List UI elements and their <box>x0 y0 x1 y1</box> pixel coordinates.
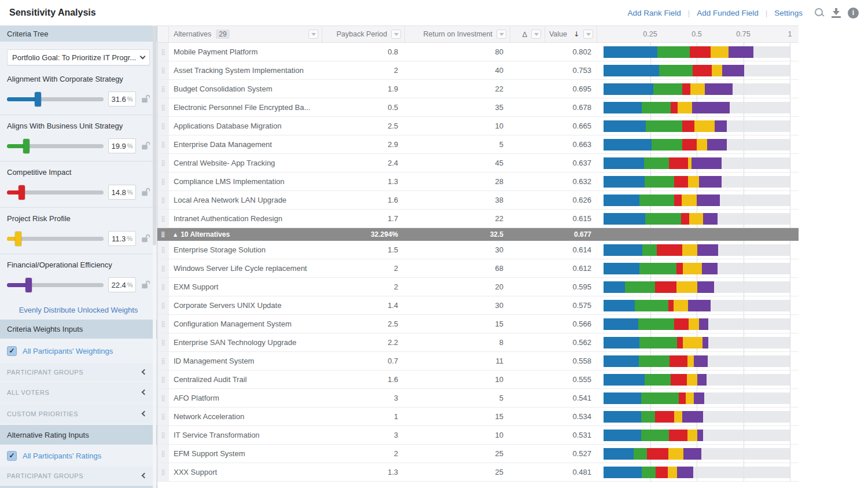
drag-handle-icon[interactable]: ⣿ <box>161 321 165 327</box>
drag-handle-icon[interactable]: ⣿ <box>161 395 165 401</box>
roi-column-header[interactable]: Return on Investment <box>405 26 510 42</box>
drag-handle-icon[interactable]: ⣿ <box>161 232 165 237</box>
portfolio-goal-dropdown[interactable]: Portfolio Goal: To Prioritize IT Progr..… <box>7 49 150 65</box>
table-row[interactable]: ⣿Intranet Authentication Redesign1.7220.… <box>157 210 799 228</box>
sidebar-scrollbar[interactable] <box>153 25 156 488</box>
add-rank-field-link[interactable]: Add Rank Field <box>628 9 681 17</box>
weights-group-participant-groups[interactable]: PARTICIPANT GROUPS <box>0 363 157 381</box>
alternatives-summary-row[interactable]: ⣿▲10 Alternatives32.294%32.50.677 <box>157 228 799 241</box>
table-row[interactable]: ⣿Electronic Personnel File Encrypted Ba.… <box>157 98 799 117</box>
table-row[interactable]: ⣿Network Acceleration1150.534 <box>157 408 799 426</box>
drag-handle-icon[interactable]: ⣿ <box>161 414 165 420</box>
table-row[interactable]: ⣿IT Service Transformation3100.531 <box>157 426 799 445</box>
drag-handle-icon[interactable]: ⣿ <box>161 303 165 309</box>
weight-slider[interactable] <box>7 97 104 101</box>
table-row[interactable]: ⣿ID Management System0.7110.558 <box>157 352 799 370</box>
table-row[interactable]: ⣿Enterprise Data Management2.950.663 <box>157 135 799 154</box>
delta-column-header[interactable]: Δ <box>510 26 545 42</box>
drag-handle-icon[interactable]: ⣿ <box>161 358 165 364</box>
slider-handle[interactable] <box>15 232 21 246</box>
slider-handle[interactable] <box>23 139 30 153</box>
weight-value-box[interactable]: 22.4% <box>108 277 136 292</box>
drag-handle-icon[interactable]: ⣿ <box>161 451 165 457</box>
lock-icon[interactable] <box>141 94 150 104</box>
drag-handle-icon[interactable]: ⣿ <box>161 266 165 271</box>
table-row[interactable]: ⣿Configuration Management System2.5150.5… <box>157 315 799 333</box>
slider-handle[interactable] <box>19 185 25 200</box>
weight-value-box[interactable]: 31.6% <box>108 91 136 107</box>
table-row[interactable]: ⣿Compliance LMS Implementation1.3280.632 <box>157 173 799 191</box>
table-row[interactable]: ⣿EFM Support System2250.527 <box>157 445 799 463</box>
drag-handle-icon[interactable]: ⣿ <box>161 49 165 55</box>
drag-handle-icon[interactable]: ⣿ <box>161 197 165 203</box>
table-row[interactable]: ⣿XXX Support1.3250.481 <box>157 463 799 482</box>
payback-column-header[interactable]: Payback Period <box>322 26 405 42</box>
table-row[interactable]: ⣿Centralized Audit Trail1.6100.555 <box>157 370 799 389</box>
criterion-2: Aligns With Business Unit Strategy19.9% <box>0 115 157 161</box>
stacked-bar-cell <box>597 296 799 314</box>
settings-link[interactable]: Settings <box>774 9 803 17</box>
weight-value-box[interactable]: 11.3% <box>108 231 136 246</box>
roi-value: 5 <box>405 135 510 153</box>
drag-handle-icon[interactable]: ⣿ <box>161 123 165 129</box>
evenly-distribute-link[interactable]: Evenly Distribute Unlocked Weights <box>0 300 157 320</box>
delta-filter-button[interactable] <box>531 30 541 39</box>
download-icon[interactable] <box>832 8 841 18</box>
drag-handle-icon[interactable]: ⣿ <box>161 160 165 166</box>
weightings-checkbox[interactable]: ✓ <box>7 346 17 356</box>
drag-handle-icon[interactable]: ⣿ <box>161 86 165 92</box>
ratings-checkbox[interactable]: ✓ <box>7 451 17 461</box>
drag-handle-icon[interactable]: ⣿ <box>161 105 165 111</box>
weight-slider[interactable] <box>7 237 104 241</box>
ratings-group-participant-groups[interactable]: PARTICIPANT GROUPS <box>0 467 157 485</box>
drag-handle-icon[interactable]: ⣿ <box>161 377 165 383</box>
weight-slider[interactable] <box>7 283 104 287</box>
drag-handle-icon[interactable]: ⣿ <box>161 247 165 253</box>
collapse-triangle-icon[interactable]: ▲ <box>174 232 177 237</box>
all-participants-weightings-row[interactable]: ✓ All Participants' Weightings <box>0 339 157 363</box>
drag-handle-icon[interactable]: ⣿ <box>161 179 165 185</box>
drag-handle-icon[interactable]: ⣿ <box>161 432 165 438</box>
table-row[interactable]: ⣿AFO Platform350.541 <box>157 389 799 408</box>
slider-handle[interactable] <box>35 92 41 107</box>
weight-value-box[interactable]: 14.8% <box>108 185 136 200</box>
table-row[interactable]: ⣿Central Website- App Tracking2.4450.637 <box>157 154 799 173</box>
info-icon[interactable]: i <box>848 8 859 19</box>
table-row[interactable]: ⣿EXM Support2200.595 <box>157 278 799 296</box>
roi-filter-button[interactable] <box>496 30 506 39</box>
weight-slider[interactable] <box>7 144 104 148</box>
drag-handle-icon[interactable]: ⣿ <box>161 340 165 346</box>
weight-slider[interactable] <box>7 190 104 195</box>
weights-group-custom-priorities[interactable]: CUSTOM PRIORITIES <box>0 403 157 424</box>
alternatives-filter-button[interactable] <box>308 30 318 39</box>
drag-handle-icon[interactable]: ⣿ <box>161 284 165 290</box>
slider-handle[interactable] <box>25 278 32 292</box>
table-row[interactable]: ⣿Mobile Payment Platform0.8800.802 <box>157 43 799 61</box>
search-icon[interactable] <box>814 8 825 18</box>
table-row[interactable]: ⣿Local Area Network LAN Upgrade1.6380.62… <box>157 191 799 210</box>
lock-icon[interactable] <box>141 234 150 243</box>
drag-handle-icon[interactable]: ⣿ <box>161 469 165 475</box>
weights-group-all-voters[interactable]: ALL VOTERS <box>0 382 157 402</box>
lock-icon[interactable] <box>141 280 150 289</box>
table-row[interactable]: ⣿Enterprise SAN Technology Upgrade2.280.… <box>157 333 799 352</box>
table-row[interactable]: ⣿Asset Tracking System Implementation240… <box>157 61 799 80</box>
drag-handle-icon[interactable]: ⣿ <box>161 68 165 74</box>
table-row[interactable]: ⣿Enterprise Storage Solution1.5300.614 <box>157 241 799 259</box>
drag-handle-icon[interactable]: ⣿ <box>161 216 165 222</box>
all-participants-ratings-row[interactable]: ✓ All Participants' Ratings <box>0 445 157 467</box>
alternative-name: Enterprise Storage Solution <box>169 241 322 259</box>
table-row[interactable]: ⣿Corporate Servers UNIX Update1.4300.575 <box>157 296 799 315</box>
drag-handle-icon[interactable]: ⣿ <box>161 142 165 148</box>
payback-filter-button[interactable] <box>391 30 401 39</box>
weight-value-box[interactable]: 19.9% <box>108 138 136 153</box>
table-row[interactable]: ⣿Applications Database Migration2.5100.6… <box>157 117 799 135</box>
table-row[interactable]: ⣿Windows Server Life Cycle replacement26… <box>157 259 799 278</box>
table-row[interactable]: ⣿Budget Consolidation System1.9220.695 <box>157 80 799 98</box>
lock-icon[interactable] <box>141 188 150 197</box>
value-column-header[interactable]: Value↓ <box>545 26 597 42</box>
value-filter-button[interactable] <box>583 30 593 39</box>
add-funded-field-link[interactable]: Add Funded Field <box>697 9 759 17</box>
lock-icon[interactable] <box>141 141 150 151</box>
criterion-slider-row: 22.4% <box>7 277 150 292</box>
